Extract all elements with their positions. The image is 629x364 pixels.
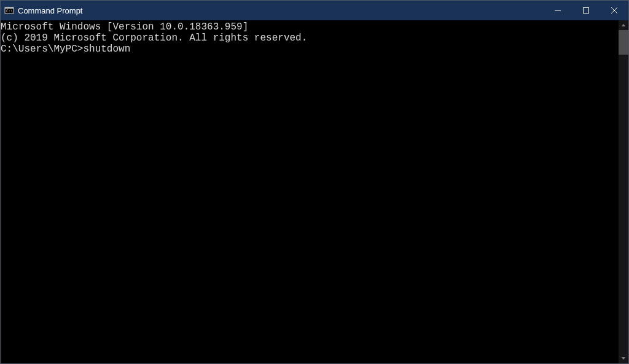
window-controls: [544, 1, 628, 20]
scroll-down-arrow-icon[interactable]: [619, 354, 628, 363]
close-button[interactable]: [600, 1, 628, 20]
command-input[interactable]: shutdown: [83, 44, 130, 55]
titlebar[interactable]: C:\ Command Prompt: [1, 1, 628, 20]
svg-rect-4: [584, 8, 589, 14]
scroll-up-arrow-icon[interactable]: [619, 20, 628, 30]
svg-text:C:\: C:\: [6, 9, 13, 13]
svg-marker-8: [622, 357, 625, 360]
command-prompt-window: C:\ Command Prompt Microsoft Windows [Ve…: [0, 0, 629, 364]
prompt-path: C:\Users\MyPC>: [1, 44, 83, 55]
copyright-line: (c) 2019 Microsoft Corporation. All righ…: [1, 33, 619, 44]
terminal-output[interactable]: Microsoft Windows [Version 10.0.18363.95…: [1, 20, 619, 363]
vertical-scrollbar[interactable]: [619, 20, 628, 363]
svg-marker-7: [622, 24, 625, 26]
minimize-button[interactable]: [544, 1, 572, 20]
scroll-thumb[interactable]: [619, 30, 628, 55]
content-area: Microsoft Windows [Version 10.0.18363.95…: [1, 20, 628, 363]
window-title: Command Prompt: [18, 6, 82, 15]
prompt-line: C:\Users\MyPC>shutdown: [1, 44, 619, 55]
app-icon: C:\: [4, 6, 14, 15]
scroll-track[interactable]: [619, 30, 628, 354]
version-line: Microsoft Windows [Version 10.0.18363.95…: [1, 21, 619, 33]
maximize-button[interactable]: [572, 1, 600, 20]
